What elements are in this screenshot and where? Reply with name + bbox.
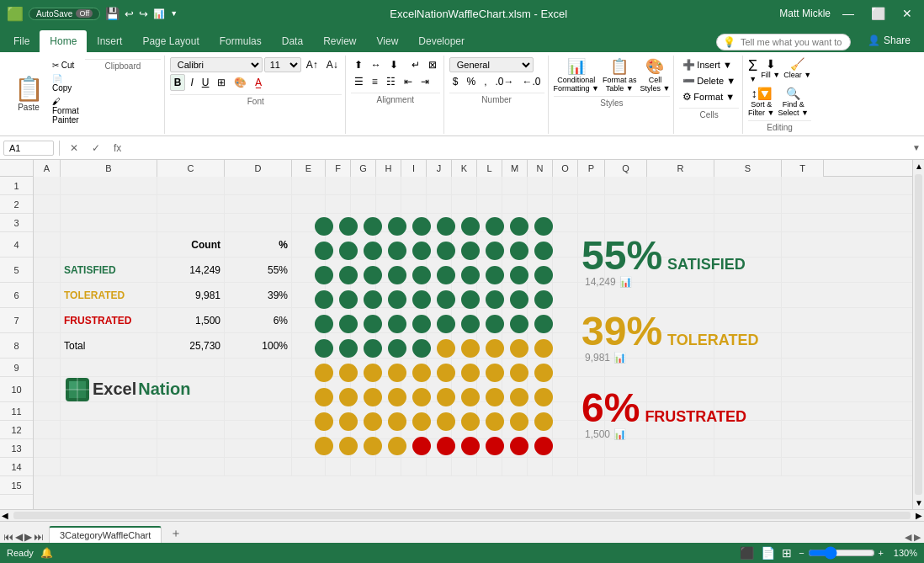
- cell-E3[interactable]: [292, 214, 326, 231]
- sheet-prev-button[interactable]: ◀: [15, 531, 23, 543]
- cell-L4[interactable]: [477, 232, 502, 257]
- row-header-15[interactable]: 15: [0, 476, 33, 495]
- autosum-button[interactable]: Σ ▼: [748, 57, 757, 83]
- sheet-first-button[interactable]: ⏮: [3, 531, 13, 543]
- cell-L3[interactable]: [477, 214, 502, 231]
- col-header-J[interactable]: J: [427, 160, 452, 177]
- font-shrink-button[interactable]: A↓: [323, 57, 342, 72]
- cell-E5[interactable]: [292, 258, 326, 282]
- cell-E6[interactable]: [292, 283, 326, 307]
- cell-K2[interactable]: [452, 195, 477, 213]
- cell-O2[interactable]: [553, 195, 578, 213]
- scroll-down-button[interactable]: ▼: [913, 497, 924, 509]
- cell-D6-pct[interactable]: 39%: [225, 283, 292, 307]
- find-select-button[interactable]: 🔍 Find & Select ▼: [778, 87, 809, 117]
- align-center-button[interactable]: ≡: [369, 74, 381, 89]
- zoom-out-button[interactable]: −: [799, 548, 804, 558]
- cell-F3[interactable]: [326, 214, 351, 231]
- percent-button[interactable]: %: [463, 74, 479, 89]
- restore-button[interactable]: ⬜: [866, 5, 890, 22]
- cell-P4[interactable]: [578, 232, 605, 257]
- col-header-Q[interactable]: Q: [605, 160, 647, 177]
- cell-K5[interactable]: [452, 258, 477, 282]
- cell-A2[interactable]: [34, 195, 61, 213]
- wrap-text-button[interactable]: ↵: [408, 57, 423, 72]
- scroll-left-button[interactable]: ◀: [0, 510, 10, 521]
- cancel-formula-button[interactable]: ✕: [65, 141, 83, 156]
- cell-G2[interactable]: [351, 195, 376, 213]
- cell-I1[interactable]: [401, 177, 427, 194]
- scroll-right-button[interactable]: ▶: [914, 510, 924, 521]
- number-format-select[interactable]: General: [449, 57, 534, 72]
- paste-button[interactable]: 📋 Paste: [8, 57, 49, 132]
- font-family-select[interactable]: Calibri: [170, 57, 263, 72]
- cell-S1[interactable]: [714, 177, 782, 194]
- cell-O4[interactable]: [553, 232, 578, 257]
- col-header-T[interactable]: T: [782, 160, 824, 177]
- format-painter-button[interactable]: 🖌 Format Painter: [49, 95, 85, 126]
- cell-R7[interactable]: [647, 308, 714, 332]
- cell-C5-count[interactable]: 14,249: [157, 258, 225, 282]
- cell-J2[interactable]: [427, 195, 452, 213]
- cell-B7-frustrated[interactable]: FRUSTRATED: [61, 308, 157, 332]
- border-icon[interactable]: ⊞: [214, 75, 229, 90]
- cell-N7[interactable]: [528, 308, 553, 332]
- cell-E7[interactable]: [292, 308, 326, 332]
- cell-P7[interactable]: [578, 308, 605, 332]
- cut-button[interactable]: ✂ Cut: [49, 59, 85, 72]
- cell-P5[interactable]: [578, 258, 605, 282]
- cell-O6[interactable]: [553, 283, 578, 307]
- cell-A6[interactable]: [34, 283, 61, 307]
- cell-R4[interactable]: [647, 232, 714, 257]
- cell-M3[interactable]: [502, 214, 528, 231]
- cell-A8[interactable]: [34, 333, 61, 358]
- tab-review[interactable]: Review: [313, 30, 366, 52]
- clear-button[interactable]: 🧹 Clear ▼: [783, 57, 811, 83]
- font-color-icon[interactable]: A̲: [252, 75, 265, 90]
- cell-K6[interactable]: [452, 283, 477, 307]
- horizontal-scroll-thumb[interactable]: [13, 512, 911, 519]
- cell-J1[interactable]: [427, 177, 452, 194]
- row-header-12[interactable]: 12: [0, 421, 33, 439]
- row-header-9[interactable]: 9: [0, 359, 33, 377]
- cell-G7[interactable]: [351, 308, 376, 332]
- cell-N2[interactable]: [528, 195, 553, 213]
- cell-F5[interactable]: [326, 258, 351, 282]
- col-header-A[interactable]: A: [34, 160, 61, 177]
- cell-P8[interactable]: [578, 333, 605, 358]
- cell-B5-satisfied[interactable]: SATISFIED: [61, 258, 157, 282]
- cell-R5[interactable]: [647, 258, 714, 282]
- cell-G4[interactable]: [351, 232, 376, 257]
- tab-page-layout[interactable]: Page Layout: [132, 30, 209, 52]
- cell-Q1[interactable]: [605, 177, 647, 194]
- cell-A3[interactable]: [34, 214, 61, 231]
- col-header-G[interactable]: G: [351, 160, 376, 177]
- tab-developer[interactable]: Developer: [408, 30, 475, 52]
- cell-reference-input[interactable]: [3, 141, 54, 156]
- cell-N6[interactable]: [528, 283, 553, 307]
- cell-C8-total[interactable]: 25,730: [157, 333, 225, 358]
- font-grow-button[interactable]: A↑: [303, 57, 321, 72]
- cell-O8[interactable]: [553, 333, 578, 358]
- tell-me-input[interactable]: [716, 34, 851, 50]
- cell-N5[interactable]: [528, 258, 553, 282]
- tab-data[interactable]: Data: [272, 30, 313, 52]
- cell-F6[interactable]: [326, 283, 351, 307]
- insert-function-button[interactable]: fx: [109, 141, 126, 156]
- cell-M6[interactable]: [502, 283, 528, 307]
- bold-button[interactable]: B: [170, 74, 186, 91]
- comma-button[interactable]: ,: [481, 74, 490, 89]
- font-size-select[interactable]: 11: [264, 57, 301, 72]
- cell-J8[interactable]: [427, 333, 452, 358]
- dropdown-arrow-icon[interactable]: ▼: [170, 9, 178, 18]
- cell-B2[interactable]: [61, 195, 157, 213]
- cell-B8-total[interactable]: Total: [61, 333, 157, 358]
- cell-Q5[interactable]: [605, 258, 647, 282]
- cell-I6[interactable]: [401, 283, 427, 307]
- cell-K1[interactable]: [452, 177, 477, 194]
- cell-S8[interactable]: [714, 333, 782, 358]
- tab-file[interactable]: File: [3, 30, 40, 52]
- page-view-normal-icon[interactable]: ⬛: [740, 546, 754, 560]
- cell-J5[interactable]: [427, 258, 452, 282]
- col-header-C[interactable]: C: [157, 160, 225, 177]
